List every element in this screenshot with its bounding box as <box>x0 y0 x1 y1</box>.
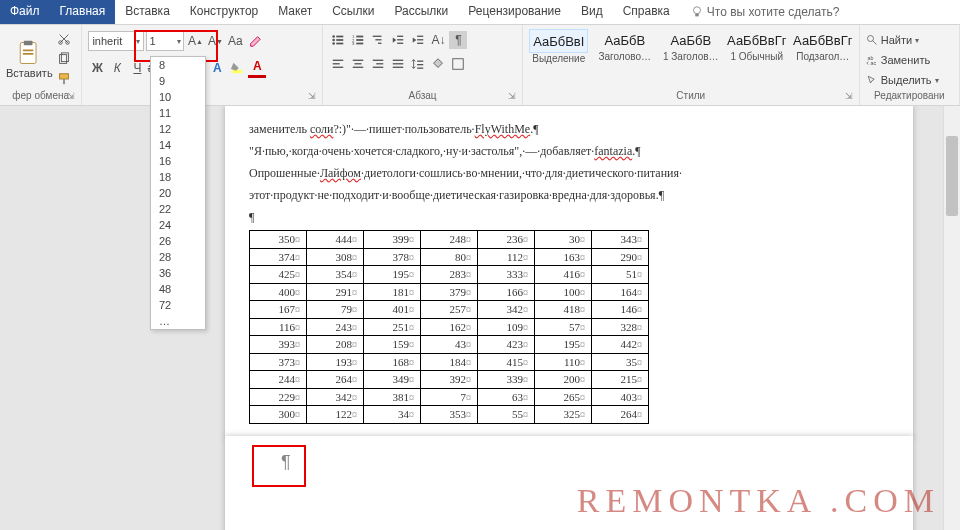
table-cell[interactable]: 291¤ <box>307 283 364 301</box>
table-row[interactable]: 229¤342¤381¤7¤63¤265¤403¤ <box>250 388 649 406</box>
table-cell[interactable]: 79¤ <box>307 301 364 319</box>
table-cell[interactable]: 378¤ <box>364 248 421 266</box>
size-option[interactable]: 20 <box>151 185 205 201</box>
clipboard-launcher-icon[interactable]: ⇲ <box>67 91 79 103</box>
table-cell[interactable]: 251¤ <box>364 318 421 336</box>
show-marks-icon[interactable]: ¶ <box>449 31 467 49</box>
table-row[interactable]: 374¤308¤378¤80¤112¤163¤290¤ <box>250 248 649 266</box>
align-right-icon[interactable] <box>369 55 387 73</box>
table-cell[interactable]: 416¤ <box>535 266 592 284</box>
data-table[interactable]: 350¤444¤399¤248¤236¤30¤343¤374¤308¤378¤8… <box>249 230 649 424</box>
font-launcher-icon[interactable]: ⇲ <box>308 91 320 103</box>
table-cell[interactable]: 162¤ <box>421 318 478 336</box>
tab-mailings[interactable]: Рассылки <box>384 0 458 24</box>
table-cell[interactable]: 163¤ <box>535 248 592 266</box>
paragraph[interactable]: заменитель соли?:)"·—·пишет·пользователь… <box>249 120 889 138</box>
size-option[interactable]: 36 <box>151 265 205 281</box>
table-row[interactable]: 373¤193¤168¤184¤415¤110¤35¤ <box>250 353 649 371</box>
table-cell[interactable]: 325¤ <box>535 406 592 424</box>
style-item-0[interactable]: АаБбВвІВыделение <box>529 29 589 64</box>
table-cell[interactable]: 208¤ <box>307 336 364 354</box>
size-option[interactable]: 16 <box>151 153 205 169</box>
table-cell[interactable]: 373¤ <box>250 353 307 371</box>
table-row[interactable]: 116¤243¤251¤162¤109¤57¤328¤ <box>250 318 649 336</box>
table-cell[interactable]: 35¤ <box>592 353 649 371</box>
table-row[interactable]: 167¤79¤401¤257¤342¤418¤146¤ <box>250 301 649 319</box>
table-cell[interactable]: 57¤ <box>535 318 592 336</box>
table-cell[interactable]: 393¤ <box>250 336 307 354</box>
table-cell[interactable]: 146¤ <box>592 301 649 319</box>
font-color-icon[interactable]: A <box>248 57 266 78</box>
borders-icon[interactable] <box>449 55 467 73</box>
size-option[interactable]: 24 <box>151 217 205 233</box>
tell-me[interactable]: Что вы хотите сделать? <box>680 0 850 24</box>
table-cell[interactable]: 195¤ <box>535 336 592 354</box>
table-row[interactable]: 393¤208¤159¤43¤423¤195¤442¤ <box>250 336 649 354</box>
tab-file[interactable]: Файл <box>0 0 50 24</box>
table-cell[interactable]: 80¤ <box>421 248 478 266</box>
table-cell[interactable]: 308¤ <box>307 248 364 266</box>
style-item-4[interactable]: АаБбВвГгПодзагол… <box>793 29 853 62</box>
align-center-icon[interactable] <box>349 55 367 73</box>
table-cell[interactable]: 236¤ <box>478 231 535 249</box>
table-cell[interactable]: 415¤ <box>478 353 535 371</box>
size-option[interactable]: 14 <box>151 137 205 153</box>
justify-icon[interactable] <box>389 55 407 73</box>
table-cell[interactable]: 215¤ <box>592 371 649 389</box>
table-cell[interactable]: 195¤ <box>364 266 421 284</box>
tab-design[interactable]: Конструктор <box>180 0 268 24</box>
select-button[interactable]: Выделить▾ <box>866 71 939 89</box>
table-cell[interactable]: 339¤ <box>478 371 535 389</box>
line-spacing-icon[interactable] <box>409 55 427 73</box>
table-row[interactable]: 425¤354¤195¤283¤333¤416¤51¤ <box>250 266 649 284</box>
table-cell[interactable]: 229¤ <box>250 388 307 406</box>
tab-layout[interactable]: Макет <box>268 0 322 24</box>
size-option[interactable]: 72 <box>151 297 205 313</box>
table-cell[interactable]: 442¤ <box>592 336 649 354</box>
table-cell[interactable]: 244¤ <box>250 371 307 389</box>
tab-help[interactable]: Справка <box>613 0 680 24</box>
paragraph-launcher-icon[interactable]: ⇲ <box>508 91 520 103</box>
size-option[interactable]: 18 <box>151 169 205 185</box>
table-cell[interactable]: 43¤ <box>421 336 478 354</box>
table-cell[interactable]: 379¤ <box>421 283 478 301</box>
cut-icon[interactable] <box>55 30 73 48</box>
table-cell[interactable]: 243¤ <box>307 318 364 336</box>
scroll-thumb[interactable] <box>946 136 958 216</box>
table-cell[interactable]: 7¤ <box>421 388 478 406</box>
size-option[interactable]: 28 <box>151 249 205 265</box>
change-case-icon[interactable]: Aa <box>226 32 244 50</box>
size-option[interactable]: 22 <box>151 201 205 217</box>
size-option[interactable]: 48 <box>151 281 205 297</box>
size-option[interactable]: 11 <box>151 105 205 121</box>
table-cell[interactable]: 264¤ <box>592 406 649 424</box>
size-option[interactable]: 26 <box>151 233 205 249</box>
table-cell[interactable]: 109¤ <box>478 318 535 336</box>
table-cell[interactable]: 164¤ <box>592 283 649 301</box>
table-cell[interactable]: 200¤ <box>535 371 592 389</box>
style-item-1[interactable]: АаБбВЗаголово… <box>595 29 655 62</box>
table-cell[interactable]: 283¤ <box>421 266 478 284</box>
replace-button[interactable]: abacЗаменить <box>866 51 930 69</box>
table-cell[interactable]: 34¤ <box>364 406 421 424</box>
style-item-3[interactable]: АаБбВвГг1 Обычный <box>727 29 787 62</box>
paragraph[interactable]: ¶ <box>249 208 889 226</box>
table-cell[interactable]: 248¤ <box>421 231 478 249</box>
document-area[interactable]: заменитель соли?:)"·—·пишет·пользователь… <box>0 106 960 530</box>
bullets-icon[interactable] <box>329 31 347 49</box>
find-button[interactable]: Найти▾ <box>866 31 919 49</box>
table-cell[interactable]: 354¤ <box>307 266 364 284</box>
table-cell[interactable]: 423¤ <box>478 336 535 354</box>
align-left-icon[interactable] <box>329 55 347 73</box>
table-cell[interactable]: 392¤ <box>421 371 478 389</box>
table-cell[interactable]: 264¤ <box>307 371 364 389</box>
table-cell[interactable]: 51¤ <box>592 266 649 284</box>
shading-icon[interactable] <box>429 55 447 73</box>
table-cell[interactable]: 55¤ <box>478 406 535 424</box>
table-cell[interactable]: 63¤ <box>478 388 535 406</box>
paste-button[interactable]: Вставить <box>6 39 53 79</box>
size-option[interactable]: 8 <box>151 57 205 73</box>
table-cell[interactable]: 425¤ <box>250 266 307 284</box>
paragraph[interactable]: "Я·пью,·когда·очень·хочется·сладкого,·ну… <box>249 142 889 160</box>
table-cell[interactable]: 342¤ <box>478 301 535 319</box>
